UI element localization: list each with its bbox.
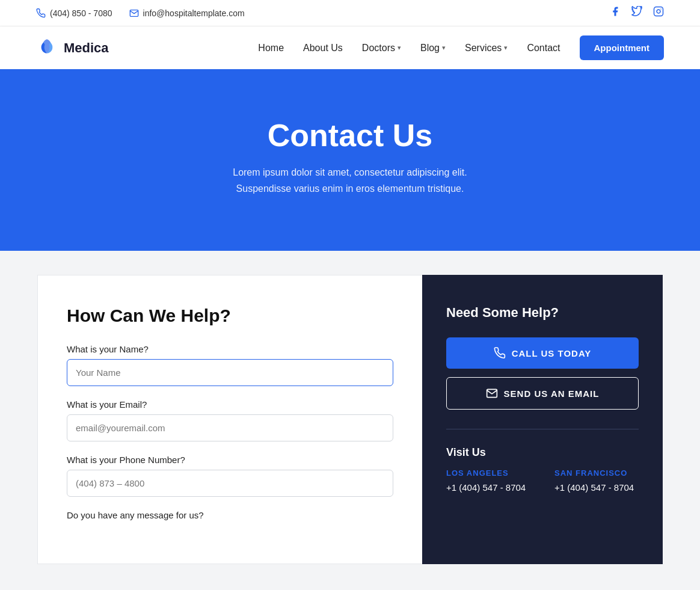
twitter-svg	[631, 6, 642, 17]
topbar: (404) 850 - 7080 info@hospitaltemplate.c…	[0, 0, 700, 26]
visit-section: Visit Us LOS ANGELES +1 (404) 547 - 8704…	[446, 446, 639, 493]
city1-label: LOS ANGELES	[446, 469, 530, 478]
logo-name: Medica	[64, 40, 109, 56]
hero-subtitle1: Lorem ipsum dolor sit amet, consectetur …	[24, 164, 676, 180]
right-panel: Need Some Help? CALL US TODAY SEND US AN…	[422, 275, 663, 564]
facebook-icon[interactable]	[610, 6, 621, 20]
call-button[interactable]: CALL US TODAY	[446, 337, 639, 369]
topbar-email: info@hospitaltemplate.com	[129, 8, 245, 18]
right-heading: Need Some Help?	[446, 305, 639, 321]
email-group: What is your Email?	[67, 399, 393, 441]
svg-rect-0	[654, 7, 663, 16]
hero-section: Contact Us Lorem ipsum dolor sit amet, c…	[0, 69, 700, 251]
phone-input[interactable]	[67, 470, 393, 497]
form-panel: How Can We Help? What is your Name? What…	[37, 275, 422, 564]
nav-blog[interactable]: Blog ▾	[420, 43, 446, 54]
form-heading: How Can We Help?	[67, 306, 393, 326]
message-label: Do you have any message for us?	[67, 510, 393, 520]
nav-about[interactable]: About Us	[303, 43, 343, 54]
nav-services[interactable]: Services ▾	[465, 43, 508, 54]
send-email-icon	[486, 387, 498, 399]
logo-svg	[36, 35, 58, 57]
topbar-email-text: info@hospitaltemplate.com	[143, 8, 245, 18]
name-input[interactable]	[67, 359, 393, 386]
phone-icon	[36, 8, 46, 18]
phone2-value: +1 (404) 547 - 8704	[554, 482, 639, 493]
location-sf: SAN FRANCISCO +1 (404) 547 - 8704	[554, 469, 639, 493]
location-la: LOS ANGELES +1 (404) 547 - 8704	[446, 469, 530, 493]
hero-title: Contact Us	[24, 117, 676, 153]
nav-contact[interactable]: Contact	[527, 43, 560, 54]
name-label: What is your Name?	[67, 344, 393, 354]
hero-subtitle2: Suspendisse varius enim in eros elementu…	[24, 180, 676, 197]
nav-home[interactable]: Home	[258, 43, 284, 54]
email-label: SEND US AN EMAIL	[504, 389, 600, 399]
main-section: How Can We Help? What is your Name? What…	[37, 275, 663, 590]
logo-icon	[36, 35, 58, 61]
email-label: What is your Email?	[67, 399, 393, 410]
phone-label: What is your Phone Number?	[67, 455, 393, 465]
city2-label: SAN FRANCISCO	[554, 469, 639, 478]
navbar: Medica Home About Us Doctors ▾ Blog ▾ Se…	[0, 26, 700, 69]
call-label: CALL US TODAY	[512, 348, 592, 358]
topbar-social	[610, 6, 664, 20]
blog-chevron-icon: ▾	[442, 44, 446, 52]
phone-group: What is your Phone Number?	[67, 455, 393, 497]
twitter-icon[interactable]	[631, 6, 642, 20]
main-wrapper: How Can We Help? What is your Name? What…	[0, 251, 700, 590]
instagram-svg	[653, 6, 664, 17]
topbar-phone-text: (404) 850 - 7080	[50, 8, 112, 18]
locations: LOS ANGELES +1 (404) 547 - 8704 SAN FRAN…	[446, 469, 639, 493]
services-chevron-icon: ▾	[504, 44, 508, 52]
appointment-button[interactable]: Appointment	[580, 35, 664, 60]
call-phone-icon	[494, 347, 506, 359]
phone1-value: +1 (404) 547 - 8704	[446, 482, 530, 493]
inner-container: How Can We Help? What is your Name? What…	[37, 275, 663, 590]
logo[interactable]: Medica	[36, 35, 109, 61]
name-group: What is your Name?	[67, 344, 393, 386]
facebook-svg	[610, 6, 621, 17]
message-group: Do you have any message for us?	[67, 510, 393, 520]
visit-heading: Visit Us	[446, 446, 639, 459]
divider	[446, 429, 639, 429]
nav-links: Home About Us Doctors ▾ Blog ▾ Services …	[258, 35, 664, 60]
nav-doctors[interactable]: Doctors ▾	[362, 43, 401, 54]
email-input[interactable]	[67, 414, 393, 441]
topbar-phone: (404) 850 - 7080	[36, 8, 112, 18]
topbar-left: (404) 850 - 7080 info@hospitaltemplate.c…	[36, 8, 245, 18]
instagram-icon[interactable]	[653, 6, 664, 20]
doctors-chevron-icon: ▾	[398, 44, 401, 52]
email-icon	[129, 8, 139, 18]
email-button[interactable]: SEND US AN EMAIL	[446, 377, 639, 410]
